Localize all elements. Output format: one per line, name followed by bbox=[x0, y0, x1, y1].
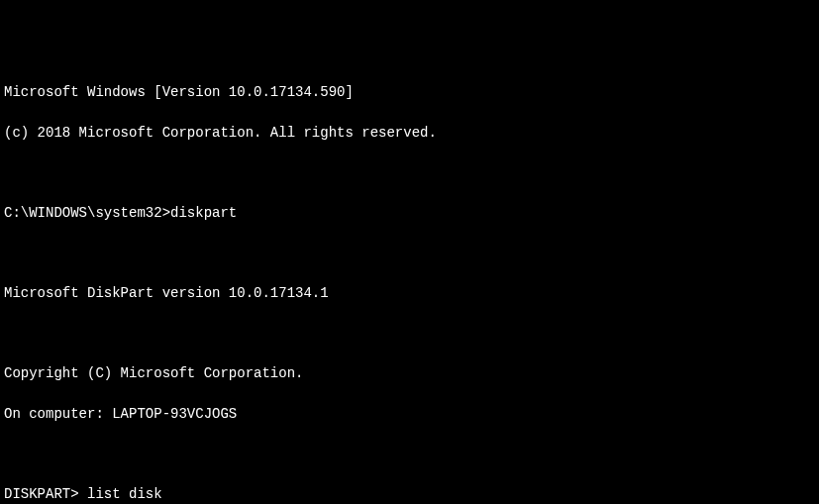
blank-line bbox=[4, 162, 815, 182]
blank-line bbox=[4, 324, 815, 344]
command-diskpart[interactable]: diskpart bbox=[170, 205, 237, 221]
windows-version-line: Microsoft Windows [Version 10.0.17134.59… bbox=[4, 82, 815, 102]
diskpart-version-line: Microsoft DiskPart version 10.0.17134.1 bbox=[4, 283, 815, 303]
blank-line bbox=[4, 244, 815, 263]
command-line-1: C:\WINDOWS\system32>diskpart bbox=[4, 203, 815, 223]
windows-copyright-line: (c) 2018 Microsoft Corporation. All righ… bbox=[4, 123, 815, 143]
blank-line bbox=[4, 445, 815, 464]
diskpart-computer-line: On computer: LAPTOP-93VCJOGS bbox=[4, 404, 815, 424]
command-line-2: DISKPART> list disk bbox=[4, 484, 815, 504]
diskpart-prompt: DISKPART> bbox=[4, 486, 87, 502]
command-list-disk[interactable]: list disk bbox=[87, 486, 162, 502]
diskpart-copyright-line: Copyright (C) Microsoft Corporation. bbox=[4, 363, 815, 383]
cmd-prompt-path: C:\WINDOWS\system32> bbox=[4, 205, 170, 221]
